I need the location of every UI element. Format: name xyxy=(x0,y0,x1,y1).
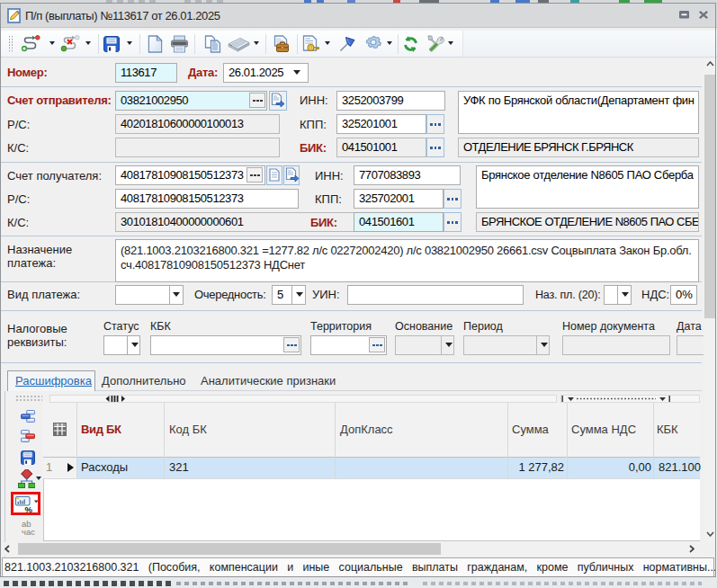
svg-text:%: % xyxy=(25,504,33,514)
